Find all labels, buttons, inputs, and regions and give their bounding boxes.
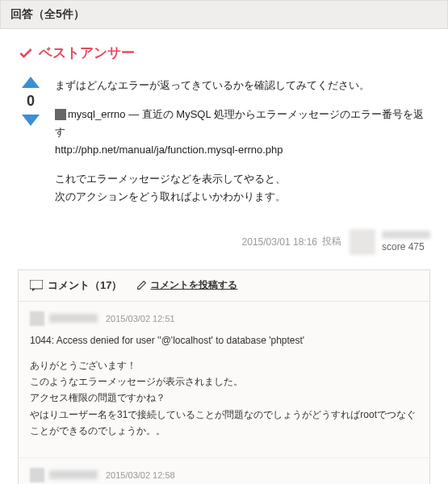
- answer-paragraph: これでエラーメッセージなどを表示してやると、 次のアクションをどう取ればよいかわ…: [55, 170, 430, 206]
- user-name-placeholder: [382, 231, 430, 239]
- comment-date: 2015/03/02 12:58: [106, 468, 175, 483]
- avatar[interactable]: [350, 229, 375, 255]
- avatar[interactable]: [30, 468, 44, 482]
- user-score: score 475: [382, 241, 430, 252]
- downvote-icon[interactable]: [22, 115, 40, 126]
- post-comment-label: コメントを投稿する: [150, 278, 237, 292]
- comment-head: 2015/03/02 12:51: [30, 311, 418, 327]
- answer-paragraph: まずはどんなエラーが返ってきているかを確認してみてください。: [55, 77, 430, 94]
- edit-icon: [136, 280, 147, 290]
- comment-item: 2015/03/02 12:51 1044: Access denied for…: [19, 302, 429, 458]
- answers-count-label: 回答（全5件）: [10, 7, 85, 20]
- comment-text: 1044: Access denied for user ''@'localho…: [30, 332, 418, 348]
- comments-count-label: コメント（17）: [48, 278, 122, 293]
- avatar[interactable]: [30, 311, 44, 326]
- answer-ref-label: mysql_errno — 直近の MySQL 処理からエラーメッセージのエラー…: [55, 108, 424, 138]
- upvote-icon[interactable]: [22, 77, 40, 88]
- post-comment-link[interactable]: コメントを投稿する: [136, 278, 237, 292]
- best-answer-label: ベストアンサー: [39, 44, 135, 62]
- comments-header: コメント（17） コメントを投稿する: [19, 270, 429, 302]
- answer-body: 0 まずはどんなエラーが返ってきているかを確認してみてください。 mysql_e…: [18, 77, 430, 218]
- svg-marker-1: [22, 115, 40, 126]
- comment-icon: [30, 280, 43, 291]
- check-icon: [18, 45, 34, 61]
- comment-item: 2015/03/02 12:58 ユーザーの認証の問題みたいですね。 とりあえず…: [19, 458, 429, 484]
- svg-rect-2: [30, 280, 43, 289]
- vote-column: 0: [18, 77, 44, 218]
- user-info[interactable]: score 475: [382, 231, 430, 252]
- commenter-name-placeholder[interactable]: [49, 470, 98, 479]
- answer-ref-link[interactable]: http://php.net/manual/ja/function.mysql-…: [55, 144, 283, 156]
- answer-content: ベストアンサー 0 まずはどんなエラーが返ってきているかを確認してみてください。…: [0, 29, 448, 484]
- commenter-name-placeholder[interactable]: [49, 314, 98, 323]
- answers-header: 回答（全5件）: [0, 0, 448, 29]
- vote-score: 0: [27, 93, 35, 110]
- answer-meta: 2015/03/01 18:16 投稿 score 475: [18, 229, 430, 255]
- best-answer-badge: ベストアンサー: [18, 44, 430, 62]
- comment-text: ありがとうございます！ このようなエラーメッセージが表示されました。 アクセス権…: [30, 357, 418, 440]
- svg-marker-0: [22, 77, 40, 88]
- answer-text: まずはどんなエラーが返ってきているかを確認してみてください。 mysql_err…: [55, 77, 430, 218]
- tag-icon: [55, 109, 66, 120]
- comment-date: 2015/03/02 12:51: [106, 311, 175, 327]
- answer-datetime: 2015/03/01 18:16: [242, 236, 317, 248]
- posted-label: 投稿: [322, 235, 341, 248]
- comments-box: コメント（17） コメントを投稿する 2015/03/02 12:51 1044…: [18, 269, 430, 484]
- answer-paragraph: mysql_errno — 直近の MySQL 処理からエラーメッセージのエラー…: [55, 106, 430, 159]
- comment-head: 2015/03/02 12:58: [30, 468, 418, 483]
